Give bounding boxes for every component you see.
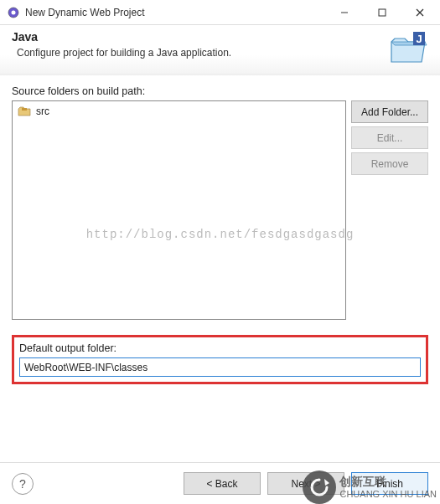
svg-rect-8 bbox=[22, 108, 27, 111]
list-item-label: src bbox=[36, 105, 49, 117]
source-folders-label: Source folders on build path: bbox=[12, 85, 428, 97]
back-button[interactable]: < Back bbox=[184, 472, 261, 495]
add-folder-button[interactable]: Add Folder... bbox=[351, 100, 428, 123]
source-folders-list[interactable]: src bbox=[12, 100, 346, 320]
brand-text-cn: 创新互联 bbox=[339, 476, 437, 488]
brand-logo-icon bbox=[303, 471, 336, 504]
brand-text-py: CHUANG XIN HU LIAN bbox=[339, 489, 437, 499]
app-icon bbox=[7, 6, 20, 19]
page-subtitle: Configure project for building a Java ap… bbox=[17, 47, 428, 59]
list-item[interactable]: src bbox=[18, 105, 340, 118]
maximize-button[interactable] bbox=[363, 0, 401, 24]
svg-text:J: J bbox=[416, 33, 422, 45]
svg-marker-9 bbox=[324, 479, 329, 486]
close-button[interactable] bbox=[401, 0, 438, 24]
help-button[interactable]: ? bbox=[12, 473, 34, 495]
titlebar: New Dynamic Web Project bbox=[0, 0, 440, 25]
brand-watermark: 创新互联 CHUANG XIN HU LIAN bbox=[303, 471, 437, 504]
minimize-button[interactable] bbox=[325, 0, 363, 24]
wizard-header: Java Configure project for building a Ja… bbox=[0, 25, 440, 75]
edit-button: Edit... bbox=[351, 126, 428, 149]
output-folder-label: Default output folder: bbox=[19, 342, 421, 354]
remove-button: Remove bbox=[351, 152, 428, 175]
svg-rect-3 bbox=[379, 9, 386, 16]
output-folder-section: Default output folder: bbox=[12, 335, 428, 384]
folder-j-icon: J bbox=[390, 30, 428, 65]
package-icon bbox=[18, 106, 31, 116]
page-title: Java bbox=[12, 30, 428, 44]
output-folder-input[interactable] bbox=[19, 357, 421, 377]
svg-point-1 bbox=[12, 10, 16, 14]
window-title: New Dynamic Web Project bbox=[25, 7, 325, 18]
